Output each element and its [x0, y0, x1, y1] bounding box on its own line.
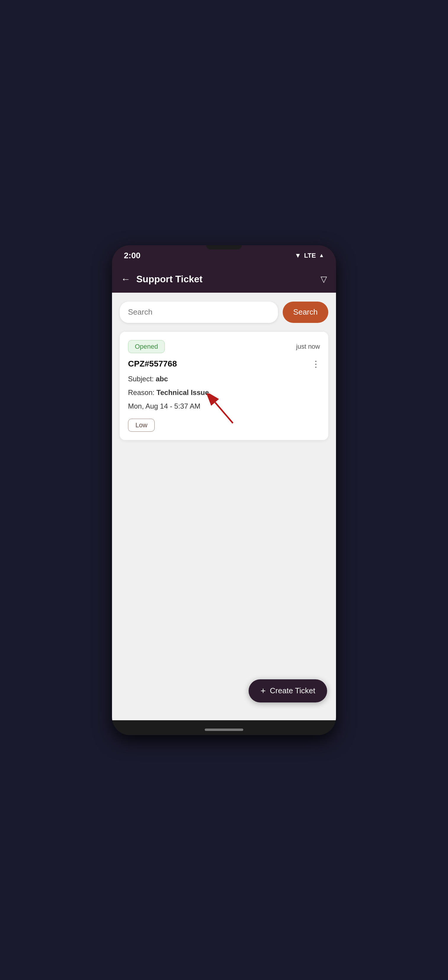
- back-button[interactable]: ←: [121, 274, 130, 285]
- header-left: ← Support Ticket: [121, 274, 202, 285]
- page-title: Support Ticket: [136, 274, 202, 285]
- ticket-id: CPZ#557768: [128, 359, 177, 369]
- status-icons: ▼ LTE ▲: [294, 252, 324, 259]
- status-badge: Opened: [128, 340, 165, 353]
- create-ticket-button[interactable]: + Create Ticket: [249, 679, 327, 702]
- ticket-id-row: CPZ#557768 ⋮: [128, 359, 320, 369]
- wifi-icon: ▼: [294, 252, 301, 259]
- app-header: ← Support Ticket ▽: [112, 266, 336, 293]
- phone-notch: [206, 245, 242, 249]
- ticket-reason-value: Technical Issue: [156, 388, 209, 396]
- status-time: 2:00: [124, 251, 140, 260]
- home-indicator: [205, 729, 243, 731]
- phone-frame: 2:00 ▼ LTE ▲ ← Support Ticket ▽ Search O…: [112, 245, 336, 735]
- search-button[interactable]: Search: [283, 302, 328, 323]
- arrow-annotation: [206, 393, 242, 430]
- ticket-subject-value: abc: [156, 375, 168, 383]
- more-menu-icon[interactable]: ⋮: [312, 359, 320, 369]
- search-input[interactable]: [120, 302, 278, 323]
- main-content: Search Opened just now CPZ#557768 ⋮ Subj…: [112, 293, 336, 720]
- filter-icon[interactable]: ▽: [321, 274, 327, 284]
- ticket-timestamp: just now: [296, 343, 320, 350]
- priority-badge: Low: [128, 419, 155, 432]
- ticket-subject: Subject: abc: [128, 374, 320, 384]
- plus-icon: +: [261, 686, 266, 696]
- search-container: Search: [120, 302, 328, 323]
- ticket-card-header: Opened just now: [128, 340, 320, 353]
- signal-icon: ▲: [319, 252, 324, 259]
- svg-line-1: [215, 402, 233, 423]
- create-ticket-label: Create Ticket: [270, 686, 315, 695]
- lte-label: LTE: [304, 252, 316, 259]
